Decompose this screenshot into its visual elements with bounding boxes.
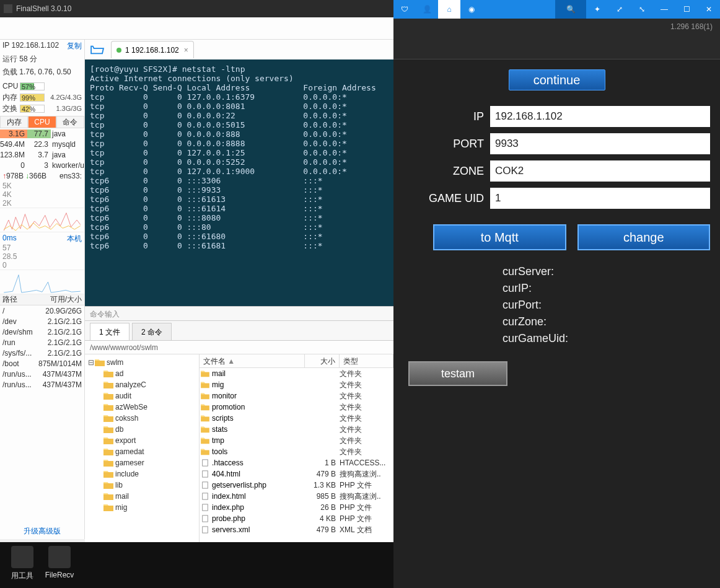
header-ip: 1.296 168(1) — [670, 22, 713, 31]
minimize-icon[interactable]: — — [653, 0, 675, 19]
taskbar-item[interactable]: 用工具 — [4, 546, 41, 581]
tab-cmd[interactable]: 命令 — [56, 116, 84, 128]
tree-node[interactable]: mig — [85, 502, 199, 513]
svg-rect-6 — [203, 527, 208, 533]
svg-rect-3 — [203, 493, 208, 499]
tab-commands[interactable]: 2 命令 — [132, 323, 172, 340]
right-app-window: 🛡 👤 ⌂ ◉ 🔍 ✦ ⤢ ⤡ — ☐ ✕ 1.296 168(1) conti… — [393, 0, 720, 588]
file-row[interactable]: servers.xml479 BXML 文档 — [200, 524, 393, 535]
process-table: 3.1G77.7java549.4M22.3mysqld123.8M3.7jav… — [0, 128, 84, 170]
tree-node[interactable]: include — [85, 468, 199, 480]
side-panel: IP 192.168.1.102 复制 运行 58 分 负载 1.76, 0.7… — [0, 40, 85, 539]
disk-row[interactable]: /dev/shm2.1G/2.1G — [0, 327, 84, 337]
tree-node[interactable]: lib — [85, 480, 199, 491]
zone-input[interactable] — [490, 160, 710, 182]
tree-node[interactable]: audit — [85, 390, 199, 402]
session-tabs: 1 192.168.1.102 × — [85, 40, 393, 59]
file-row[interactable]: monitor文件夹 — [200, 390, 393, 402]
mem-gauge: 内存 99% 4.2G/4.3G — [2, 92, 82, 102]
tree-node[interactable]: ad — [85, 368, 199, 379]
continue-button[interactable]: continue — [509, 69, 605, 90]
file-row[interactable]: promotion文件夹 — [200, 402, 393, 413]
session-tab[interactable]: 1 192.168.1.102 × — [111, 41, 194, 58]
tab-cpu[interactable]: CPU — [28, 116, 56, 128]
upgrade-link[interactable]: 升级高级版 — [0, 526, 84, 537]
copy-button[interactable]: 复制 — [67, 41, 82, 51]
svg-rect-1 — [203, 471, 208, 477]
tree-node[interactable]: azWebSe — [85, 402, 199, 413]
info-line: curGameUid: — [503, 332, 710, 345]
process-row[interactable]: 3.1G77.7java — [0, 128, 84, 139]
tab-files[interactable]: 1 文件 — [90, 323, 130, 340]
process-row[interactable]: 549.4M22.3mysqld — [0, 139, 84, 149]
svg-rect-0 — [203, 460, 208, 466]
latency-sparkline — [0, 270, 84, 294]
maximize-icon[interactable]: ☐ — [675, 0, 698, 19]
folder-tree[interactable]: ⊟swlmadanalyzeCauditazWebSecoksshdbexpor… — [85, 354, 200, 542]
home-icon[interactable]: ⌂ — [438, 0, 460, 19]
tree-node[interactable]: db — [85, 424, 199, 435]
port-input[interactable] — [490, 133, 710, 154]
disk-row[interactable]: /20.9G/26G — [0, 305, 84, 316]
file-row[interactable]: tools文件夹 — [200, 446, 393, 457]
ip-label: IP 192.168.1.102 — [2, 41, 59, 51]
file-row[interactable]: getserverlist.php1.3 KBPHP 文件 — [200, 480, 393, 491]
file-row[interactable]: probe.php4 KBPHP 文件 — [200, 513, 393, 524]
info-line: curZone: — [503, 315, 710, 328]
game-uid-input[interactable] — [490, 188, 710, 209]
tab-mem[interactable]: 内存 — [0, 116, 28, 128]
tree-node[interactable]: ⊟swlm — [85, 357, 199, 368]
disk-table: 路径可用/大小 /20.9G/26G/dev2.1G/2.1G/dev/shm2… — [0, 294, 84, 390]
file-row[interactable]: index.php26 BPHP 文件 — [200, 502, 393, 513]
disk-row[interactable]: /dev2.1G/2.1G — [0, 316, 84, 327]
window-titlebar[interactable]: 🛡 👤 ⌂ ◉ 🔍 ✦ ⤢ ⤡ — ☐ ✕ — [393, 0, 720, 19]
file-row[interactable]: mail文件夹 — [200, 368, 393, 379]
compass-icon[interactable]: ◉ — [460, 0, 483, 19]
close-tab-icon[interactable]: × — [184, 46, 188, 55]
terminal-output[interactable]: [root@yuyu SFS2X]# netstat -ltnp Active … — [85, 59, 393, 306]
file-row[interactable]: mig文件夹 — [200, 379, 393, 390]
pin-icon[interactable]: ✦ — [586, 0, 608, 19]
close-icon[interactable]: ✕ — [698, 0, 720, 19]
search-icon[interactable]: 🔍 — [555, 0, 586, 19]
col-name[interactable]: 文件名 ▲ — [200, 354, 305, 367]
col-type[interactable]: 类型 — [340, 354, 393, 367]
file-row[interactable]: scripts文件夹 — [200, 413, 393, 424]
file-row[interactable]: 404.html479 B搜狗高速浏.. — [200, 468, 393, 480]
process-row[interactable]: 03kworker/u — [0, 160, 84, 170]
change-button[interactable]: change — [577, 224, 711, 250]
disk-row[interactable]: /run/us...437M/437M — [0, 369, 84, 379]
file-list: 文件名 ▲ 大小 类型 mail文件夹mig文件夹monitor文件夹promo… — [200, 354, 393, 542]
tree-node[interactable]: gameser — [85, 457, 199, 468]
collapse-icon[interactable]: ⤡ — [631, 0, 653, 19]
user-icon[interactable]: 👤 — [416, 0, 438, 19]
net-stats: ↑978B ↓366B ens33: — [0, 170, 84, 182]
disk-row[interactable]: /sys/fs/...2.1G/2.1G — [0, 348, 84, 358]
disk-row[interactable]: /run/us...437M/437M — [0, 379, 84, 390]
file-row[interactable]: tmp文件夹 — [200, 435, 393, 446]
tree-node[interactable]: gamedat — [85, 446, 199, 457]
disk-row[interactable]: /run2.1G/2.1G — [0, 337, 84, 348]
file-row[interactable]: index.html985 B搜狗高速浏.. — [200, 491, 393, 502]
title-bar[interactable]: FinalShell 3.0.10 — [0, 0, 393, 17]
process-row[interactable]: 123.8M3.7java — [0, 149, 84, 160]
file-row[interactable]: .htaccess1 BHTACCESS... — [200, 457, 393, 468]
svg-rect-5 — [203, 516, 208, 522]
testam-button[interactable]: testam — [408, 361, 507, 386]
disk-row[interactable]: /boot875M/1014M — [0, 358, 84, 369]
open-folder-button[interactable] — [87, 42, 107, 57]
col-size[interactable]: 大小 — [305, 354, 340, 367]
ip-input[interactable] — [490, 106, 710, 127]
status-info: curServer:curIP:curPort:curZone:curGameU… — [503, 265, 710, 345]
tree-node[interactable]: mail — [85, 491, 199, 502]
tree-node[interactable]: analyzeC — [85, 379, 199, 390]
file-row[interactable]: stats文件夹 — [200, 424, 393, 435]
tree-node[interactable]: cokssh — [85, 413, 199, 424]
shield-icon[interactable]: 🛡 — [393, 0, 416, 19]
expand-icon[interactable]: ⤢ — [608, 0, 631, 19]
path-bar[interactable]: /www/wwwroot/swlm — [85, 341, 393, 354]
command-input[interactable]: 命令输入 — [85, 306, 393, 321]
tree-node[interactable]: export — [85, 435, 199, 446]
to-mqtt-button[interactable]: to Mqtt — [433, 224, 566, 250]
taskbar-item[interactable]: FileRecv — [41, 546, 78, 579]
